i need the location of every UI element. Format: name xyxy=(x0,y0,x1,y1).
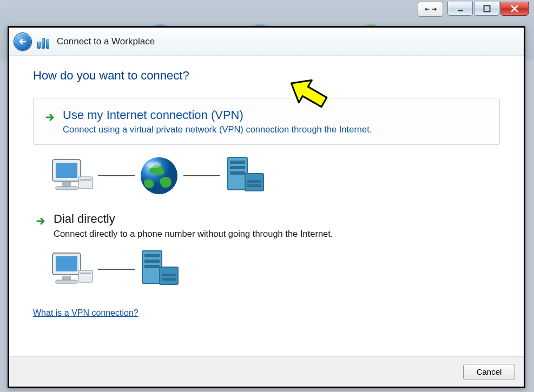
svg-rect-5 xyxy=(56,187,77,190)
svg-rect-13 xyxy=(230,166,245,169)
svg-rect-20 xyxy=(62,276,71,280)
nav-prevnext-button[interactable] xyxy=(418,2,443,17)
option-dial[interactable]: Dial directly Connect directly to a phon… xyxy=(33,212,500,238)
dialog-footer: Cancel xyxy=(9,356,524,387)
dialog-header: Connect to a Workplace xyxy=(9,28,524,56)
page-heading: How do you want to connect? xyxy=(33,69,500,83)
window-buttons xyxy=(418,2,529,18)
svg-rect-25 xyxy=(144,254,160,257)
option-dial-title: Dial directly xyxy=(54,212,333,226)
dial-illustration xyxy=(48,249,500,290)
globe-icon xyxy=(138,155,180,197)
svg-rect-1 xyxy=(484,5,490,11)
svg-rect-23 xyxy=(80,273,91,274)
server-icon xyxy=(223,155,269,196)
dialog-body: How do you want to connect? Use my Inter… xyxy=(9,56,524,356)
svg-rect-6 xyxy=(78,177,93,189)
svg-rect-14 xyxy=(230,171,245,175)
svg-rect-16 xyxy=(247,180,261,183)
close-icon xyxy=(510,5,519,12)
cancel-button[interactable]: Cancel xyxy=(463,364,515,380)
back-arrow-icon xyxy=(17,36,28,47)
workplace-icon xyxy=(37,35,51,49)
svg-rect-21 xyxy=(56,280,77,283)
vpn-illustration xyxy=(48,155,500,197)
svg-rect-17 xyxy=(247,184,261,187)
minimize-button[interactable] xyxy=(447,2,473,16)
go-arrow-icon xyxy=(35,215,47,227)
option-vpn-title: Use my Internet connection (VPN) xyxy=(63,108,372,122)
help-link-vpn[interactable]: What is a VPN connection? xyxy=(33,308,139,318)
svg-rect-19 xyxy=(56,256,77,271)
svg-rect-30 xyxy=(162,278,176,281)
wizard-dialog: Connect to a Workplace How do you want t… xyxy=(8,26,525,388)
svg-rect-7 xyxy=(80,179,91,181)
server-icon xyxy=(138,249,183,290)
option-dial-desc: Connect directly to a phone number witho… xyxy=(54,229,333,239)
svg-rect-27 xyxy=(144,265,160,268)
maximize-button[interactable] xyxy=(474,2,499,16)
svg-rect-22 xyxy=(78,270,93,282)
go-arrow-icon xyxy=(44,111,56,123)
back-button[interactable] xyxy=(14,32,32,51)
svg-rect-4 xyxy=(62,182,71,187)
computer-icon xyxy=(48,156,95,195)
option-vpn-desc: Connect using a virtual private network … xyxy=(63,124,372,135)
svg-rect-26 xyxy=(144,260,160,263)
svg-rect-3 xyxy=(56,163,77,178)
computer-icon xyxy=(48,250,95,289)
svg-rect-0 xyxy=(458,10,463,11)
maximize-icon xyxy=(483,5,491,12)
svg-rect-29 xyxy=(162,274,176,276)
double-arrow-icon xyxy=(425,5,437,13)
svg-rect-12 xyxy=(230,161,245,164)
option-vpn[interactable]: Use my Internet connection (VPN) Connect… xyxy=(33,98,500,145)
svg-point-10 xyxy=(146,162,161,168)
minimize-icon xyxy=(457,5,464,12)
dialog-title: Connect to a Workplace xyxy=(57,36,155,47)
close-button[interactable] xyxy=(500,2,529,16)
